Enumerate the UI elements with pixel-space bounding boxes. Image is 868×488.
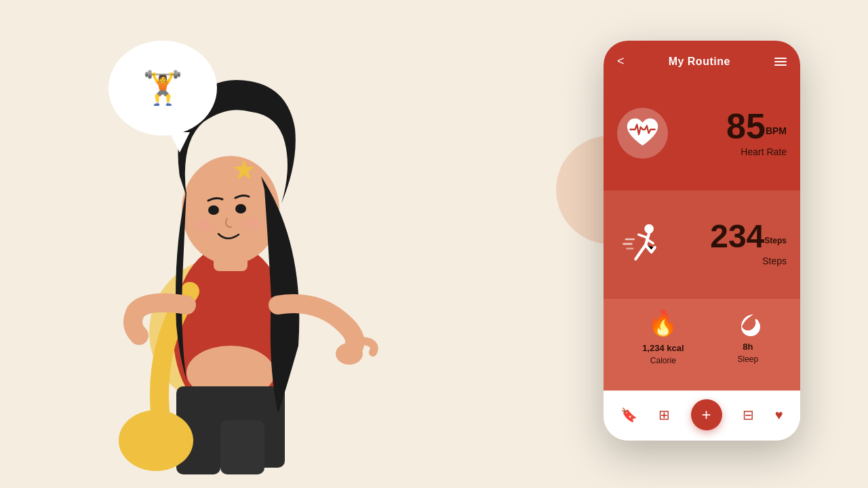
steps-icon-wrap	[617, 219, 666, 268]
sleep-value: 8h	[743, 342, 753, 352]
heart-ecg-icon	[624, 116, 661, 150]
steps-unit: Steps	[764, 236, 787, 245]
runner-icon	[621, 223, 662, 264]
svg-point-8	[208, 205, 219, 215]
speech-bubble: 🏋️	[108, 41, 217, 136]
heart-rate-label: Heart Rate	[726, 146, 787, 157]
svg-point-7	[182, 156, 279, 264]
svg-point-9	[235, 204, 246, 214]
heart-icon-wrap	[617, 108, 668, 159]
menu-line-3	[774, 64, 787, 66]
phone: < My Routine 85BPM He	[604, 41, 800, 441]
menu-line-1	[774, 58, 787, 59]
svg-point-5	[119, 410, 193, 471]
heart-rate-value-area: 85BPM Heart Rate	[726, 108, 787, 157]
calorie-label: Calorie	[650, 356, 676, 365]
nav-tiles-icon[interactable]: ⊟	[743, 407, 754, 423]
nav-add-icon: +	[702, 405, 711, 424]
heart-rate-section: 85BPM Heart Rate	[604, 79, 800, 190]
steps-number: 234	[710, 218, 764, 254]
phone-navbar: 🔖 ⊞ + ⊟ ♥	[604, 390, 800, 441]
svg-point-11	[241, 218, 260, 229]
svg-rect-4	[220, 420, 264, 474]
back-button[interactable]: <	[617, 54, 625, 68]
menu-line-2	[774, 61, 787, 62]
calorie-metric: 🔥 1,234 kcal Calorie	[642, 309, 684, 377]
nav-heart-icon[interactable]: ♥	[775, 407, 783, 423]
dumbbell-icon: 🏋️	[142, 69, 183, 107]
moon-icon	[734, 309, 762, 336]
heart-rate-unit: BPM	[766, 125, 787, 136]
sleep-metric: 8h Sleep	[734, 309, 762, 377]
steps-label: Steps	[710, 256, 787, 266]
calorie-value: 1,234 kcal	[642, 343, 684, 353]
phone-header: < My Routine	[604, 41, 800, 79]
heart-rate-number: 85	[726, 106, 766, 146]
character-area	[0, 0, 475, 488]
steps-value-area: 234Steps Steps	[710, 220, 787, 266]
svg-point-10	[194, 220, 213, 230]
phone-title: My Routine	[669, 56, 730, 68]
nav-grid-icon[interactable]: ⊞	[658, 407, 670, 423]
steps-section: 234Steps Steps	[604, 190, 800, 299]
bottom-metrics-section: 🔥 1,234 kcal Calorie 8h Sleep	[604, 299, 800, 390]
phone-body: 85BPM Heart Rate	[604, 79, 800, 390]
sleep-label: Sleep	[737, 354, 758, 364]
steps-display: 234Steps	[710, 220, 787, 253]
menu-button[interactable]	[774, 58, 787, 66]
nav-bookmark-icon[interactable]: 🔖	[620, 407, 637, 423]
flame-icon: 🔥	[648, 309, 678, 338]
heart-rate-display: 85BPM	[726, 108, 787, 144]
nav-add-button[interactable]: +	[691, 399, 722, 430]
